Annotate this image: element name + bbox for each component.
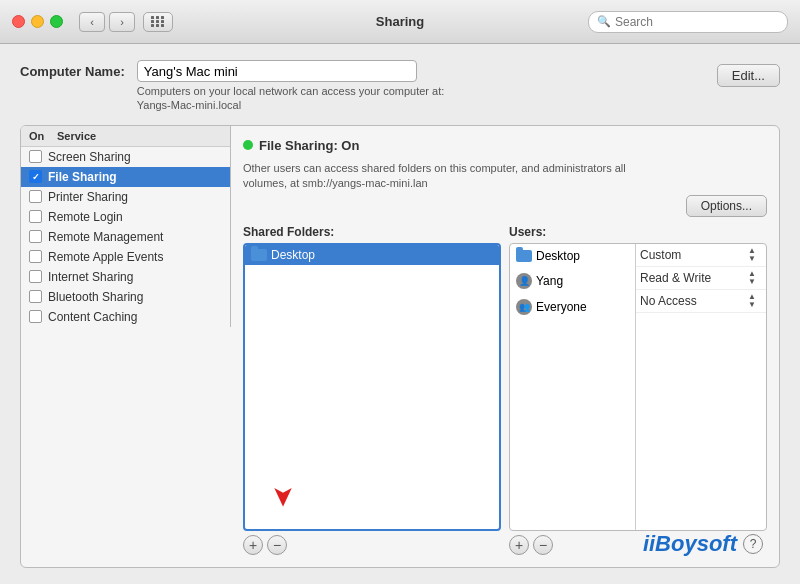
perm-item-no-access[interactable]: No Access ▲ ▼ xyxy=(636,290,766,313)
checkbox-remote-login[interactable] xyxy=(29,210,42,223)
status-title: File Sharing: On xyxy=(259,138,359,153)
stepper-no-access[interactable]: ▲ ▼ xyxy=(748,293,762,309)
status-dot xyxy=(243,140,253,150)
perm-label-read-write: Read & Write xyxy=(640,271,711,285)
checkbox-remote-apple-events[interactable] xyxy=(29,250,42,263)
remove-folder-button[interactable]: − xyxy=(267,535,287,555)
shared-folders-section: Shared Folders: Desktop ➤ + − xyxy=(243,225,501,555)
sidebar-item-bluetooth-sharing[interactable]: Bluetooth Sharing xyxy=(21,287,230,307)
user-item-everyone[interactable]: 👥 Everyone xyxy=(510,294,635,320)
stepper-read-write[interactable]: ▲ ▼ xyxy=(748,270,762,286)
user-name-everyone: Everyone xyxy=(536,300,587,314)
stepper-down-custom[interactable]: ▼ xyxy=(748,255,762,263)
shared-folders-list[interactable]: Desktop ➤ xyxy=(243,243,501,531)
maximize-button[interactable] xyxy=(50,15,63,28)
user-icon-yang: 👤 xyxy=(516,273,532,289)
main-panel: ➤ On Service Screen Sharing File Sharing xyxy=(20,125,780,568)
remove-user-button[interactable]: − xyxy=(533,535,553,555)
sidebar-label-bluetooth-sharing: Bluetooth Sharing xyxy=(48,290,143,304)
sidebar-label-screen-sharing: Screen Sharing xyxy=(48,150,131,164)
perm-label-no-access: No Access xyxy=(640,294,697,308)
sidebar-item-file-sharing[interactable]: File Sharing xyxy=(21,167,230,187)
users-list: Desktop 👤 Yang xyxy=(510,244,636,530)
folder-item-desktop[interactable]: Desktop xyxy=(245,245,499,265)
sidebar: On Service Screen Sharing File Sharing P… xyxy=(21,126,231,327)
sidebar-label-remote-apple-events: Remote Apple Events xyxy=(48,250,163,264)
permissions-column: Custom ▲ ▼ Read & Write ▲ xyxy=(636,244,766,530)
computer-name-hint: Computers on your local network can acce… xyxy=(137,84,705,113)
stepper-down-no-access[interactable]: ▼ xyxy=(748,301,762,309)
checkbox-screen-sharing[interactable] xyxy=(29,150,42,163)
sidebar-item-printer-sharing[interactable]: Printer Sharing xyxy=(21,187,230,207)
sidebar-label-file-sharing: File Sharing xyxy=(48,170,117,184)
checkbox-printer-sharing[interactable] xyxy=(29,190,42,203)
brand-text: iiBoysoft xyxy=(643,531,737,557)
checkbox-bluetooth-sharing[interactable] xyxy=(29,290,42,303)
computer-name-input[interactable] xyxy=(137,60,417,82)
search-icon: 🔍 xyxy=(597,15,611,28)
nav-buttons: ‹ › xyxy=(79,12,135,32)
shared-folders-controls: + − xyxy=(243,535,501,555)
user-name-desktop: Desktop xyxy=(536,249,580,263)
user-name-yang: Yang xyxy=(536,274,563,288)
sidebar-label-content-caching: Content Caching xyxy=(48,310,137,324)
grid-view-button[interactable] xyxy=(143,12,173,32)
sidebar-header-on: On xyxy=(29,130,57,142)
brand-section: iiBoysoft ? xyxy=(643,531,763,557)
computer-name-label: Computer Name: xyxy=(20,60,125,79)
sharing-row: Shared Folders: Desktop ➤ + − xyxy=(243,225,767,555)
computer-name-right: Computers on your local network can acce… xyxy=(137,60,705,113)
users-panel: Users: Desktop xyxy=(509,225,767,555)
content-area: Computer Name: Computers on your local n… xyxy=(0,44,800,584)
window-controls xyxy=(12,15,63,28)
add-folder-button[interactable]: + xyxy=(243,535,263,555)
users-label: Users: xyxy=(509,225,767,239)
sidebar-item-content-caching[interactable]: Content Caching xyxy=(21,307,230,327)
help-button[interactable]: ? xyxy=(743,534,763,554)
checkbox-file-sharing[interactable] xyxy=(29,170,42,183)
sidebar-header-service: Service xyxy=(57,130,96,142)
forward-button[interactable]: › xyxy=(109,12,135,32)
folder-icon xyxy=(251,249,267,261)
sidebar-label-internet-sharing: Internet Sharing xyxy=(48,270,133,284)
sidebar-item-screen-sharing[interactable]: Screen Sharing xyxy=(21,147,230,167)
titlebar: ‹ › Sharing 🔍 xyxy=(0,0,800,44)
options-button[interactable]: Options... xyxy=(686,195,767,217)
sidebar-wrapper: ➤ On Service Screen Sharing File Sharing xyxy=(21,126,231,567)
edit-button[interactable]: Edit... xyxy=(717,64,780,87)
back-button[interactable]: ‹ xyxy=(79,12,105,32)
sidebar-item-remote-management[interactable]: Remote Management xyxy=(21,227,230,247)
minimize-button[interactable] xyxy=(31,15,44,28)
status-description: Other users can access shared folders on… xyxy=(243,161,643,192)
checkbox-content-caching[interactable] xyxy=(29,310,42,323)
user-icon-everyone: 👥 xyxy=(516,299,532,315)
perm-item-custom[interactable]: Custom ▲ ▼ xyxy=(636,244,766,267)
perm-item-read-write[interactable]: Read & Write ▲ ▼ xyxy=(636,267,766,290)
search-input[interactable] xyxy=(615,15,779,29)
sidebar-label-remote-login: Remote Login xyxy=(48,210,123,224)
sidebar-item-internet-sharing[interactable]: Internet Sharing xyxy=(21,267,230,287)
sidebar-item-remote-apple-events[interactable]: Remote Apple Events xyxy=(21,247,230,267)
close-button[interactable] xyxy=(12,15,25,28)
sidebar-label-remote-management: Remote Management xyxy=(48,230,163,244)
checkbox-remote-management[interactable] xyxy=(29,230,42,243)
checkbox-internet-sharing[interactable] xyxy=(29,270,42,283)
perm-label-custom: Custom xyxy=(640,248,681,262)
arrow-annotation-down: ➤ xyxy=(273,485,293,509)
sidebar-item-remote-login[interactable]: Remote Login xyxy=(21,207,230,227)
search-box[interactable]: 🔍 xyxy=(588,11,788,33)
stepper-custom[interactable]: ▲ ▼ xyxy=(748,247,762,263)
right-panel: File Sharing: On Other users can access … xyxy=(231,126,779,567)
window-title: Sharing xyxy=(376,14,424,29)
sidebar-label-printer-sharing: Printer Sharing xyxy=(48,190,128,204)
sidebar-header: On Service xyxy=(21,126,230,147)
add-user-button[interactable]: + xyxy=(509,535,529,555)
shared-folders-label: Shared Folders: xyxy=(243,225,501,239)
grid-icon xyxy=(151,16,165,27)
user-item-yang[interactable]: 👤 Yang xyxy=(510,268,635,294)
status-header: File Sharing: On xyxy=(243,138,767,153)
stepper-down-read-write[interactable]: ▼ xyxy=(748,278,762,286)
computer-name-section: Computer Name: Computers on your local n… xyxy=(20,60,780,113)
user-item-desktop[interactable]: Desktop xyxy=(510,244,635,268)
user-folder-icon xyxy=(516,250,532,262)
